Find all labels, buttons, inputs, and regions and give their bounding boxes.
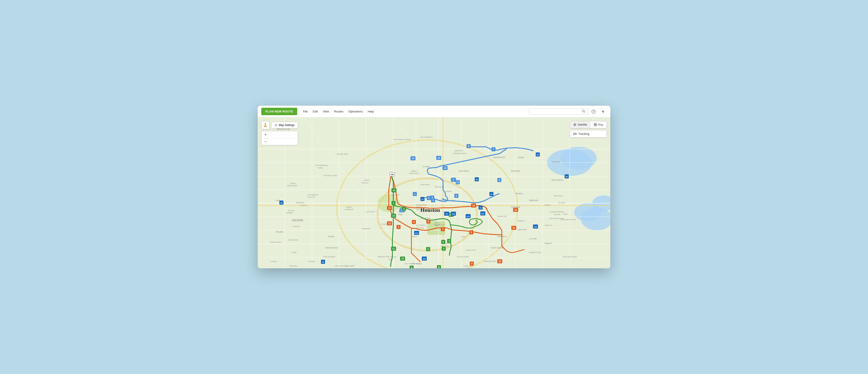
svg-text:10: 10 — [498, 260, 501, 263]
svg-text:Place: Place — [461, 236, 466, 238]
svg-point-252 — [265, 123, 266, 125]
menu-help[interactable]: Help — [367, 109, 374, 114]
svg-text:Four Corners: Four Corners — [323, 256, 336, 258]
top-bar-right: ? — [529, 108, 607, 115]
svg-text:Cuming: Cuming — [270, 261, 276, 263]
svg-text:Meadows: Meadows — [390, 256, 397, 258]
svg-text:7: 7 — [493, 148, 494, 150]
svg-text:3: 3 — [448, 240, 450, 242]
menu-view[interactable]: View — [322, 109, 330, 114]
map-background: BRIDGELAND STONE GATE CANYON LAKES Katy … — [258, 117, 610, 268]
svg-text:La Porte: La Porte — [529, 238, 537, 240]
map-view-button[interactable]: Map — [591, 121, 607, 128]
svg-text:9: 9 — [411, 267, 412, 268]
menu-bar: File Edit View Routes Operations Help — [303, 109, 374, 114]
svg-text:95: 95 — [281, 202, 283, 204]
svg-text:Bayport: Bayport — [545, 242, 552, 244]
controls-row: Map Settings — [261, 121, 298, 129]
svg-text:GREENSPOINT: GREENSPOINT — [453, 152, 466, 155]
svg-text:CORRIDOR: CORRIDOR — [345, 209, 353, 210]
svg-text:MEMORIAL: MEMORIAL — [296, 202, 305, 203]
menu-edit[interactable]: Edit — [312, 109, 318, 114]
zoom-controls: + − — [261, 131, 298, 145]
menu-file[interactable]: File — [303, 109, 308, 114]
svg-text:12: 12 — [514, 209, 517, 211]
zoom-out-button[interactable]: − — [261, 138, 270, 145]
svg-text:610: 610 — [481, 213, 485, 215]
lightning-icon-button[interactable] — [599, 108, 607, 115]
svg-rect-257 — [594, 125, 595, 126]
svg-text:Clodine: Clodine — [328, 235, 335, 238]
svg-text:5: 5 — [428, 248, 429, 250]
search-box[interactable] — [529, 108, 588, 115]
svg-text:Pittsville: Pittsville — [276, 231, 283, 233]
svg-text:MEMORIAL: MEMORIAL — [391, 194, 399, 196]
svg-text:NOTTINGHAM: NOTTINGHAM — [307, 194, 318, 196]
svg-text:FULBROOK: FULBROOK — [288, 239, 298, 241]
svg-text:6: 6 — [442, 241, 444, 243]
svg-text:12: 12 — [388, 222, 391, 225]
svg-text:SHOREACRES: SHOREACRES — [484, 261, 496, 263]
svg-text:WILLOWBROOK: WILLOWBROOK — [421, 136, 433, 138]
svg-text:NORTHSIDE: NORTHSIDE — [421, 184, 430, 185]
menu-routes[interactable]: Routes — [334, 109, 344, 114]
tracking-label: Tracking — [578, 132, 589, 136]
svg-text:12: 12 — [437, 157, 440, 159]
svg-text:HIGHLAND FARMS: HIGHLAND FARMS — [563, 256, 577, 258]
svg-text:13: 13 — [392, 214, 395, 217]
svg-text:6: 6 — [499, 179, 500, 181]
svg-text:EAGLE: EAGLE — [290, 183, 296, 184]
tracking-button[interactable]: Tracking — [570, 130, 607, 138]
search-input[interactable] — [531, 110, 582, 113]
svg-text:288: 288 — [423, 258, 426, 260]
top-bar: PLAN NEW ROUTE File Edit View Routes Ope… — [258, 106, 610, 117]
svg-text:HOUSTON: HOUSTON — [441, 245, 449, 247]
svg-text:Fulshear: Fulshear — [293, 226, 300, 228]
svg-text:CANYON LAKES: CANYON LAKES — [323, 175, 337, 177]
menu-operations[interactable]: Operations — [348, 109, 363, 114]
svg-text:90: 90 — [491, 193, 493, 195]
svg-text:South Houston: South Houston — [491, 247, 504, 249]
svg-text:8: 8 — [471, 231, 472, 234]
svg-text:East Aldine: East Aldine — [459, 170, 469, 172]
svg-text:JENSEN: JENSEN — [445, 191, 452, 192]
svg-text:Highlands: Highlands — [529, 199, 538, 201]
svg-text:3: 3 — [432, 199, 434, 202]
map-settings-button[interactable]: Map Settings — [271, 122, 298, 129]
svg-text:Richmond: Richmond — [289, 265, 298, 267]
svg-text:ENERGY: ENERGY — [346, 206, 352, 208]
svg-text:PLACE: PLACE — [318, 167, 323, 169]
svg-text:RANCH WEST: RANCH WEST — [287, 185, 298, 186]
svg-text:Coady: Coady — [549, 211, 554, 213]
search-icon-button[interactable] — [582, 109, 585, 113]
street-view-icon[interactable] — [261, 121, 270, 129]
plan-new-route-button[interactable]: PLAN NEW ROUTE — [261, 108, 297, 115]
svg-text:GREATER: GREATER — [454, 150, 463, 152]
svg-point-7 — [561, 147, 597, 169]
svg-text:CITY: CITY — [466, 268, 469, 268]
svg-text:11: 11 — [392, 247, 395, 250]
svg-line-1 — [584, 112, 585, 113]
svg-text:9: 9 — [453, 179, 454, 181]
svg-text:WASHINGTON: WASHINGTON — [416, 204, 427, 206]
svg-text:3: 3 — [443, 247, 444, 250]
help-icon-button[interactable]: ? — [590, 108, 597, 115]
svg-text:Deer Park: Deer Park — [518, 229, 527, 231]
svg-text:ALIANA: ALIANA — [309, 261, 315, 263]
svg-text:Sugar Land: Sugar Land — [344, 265, 354, 267]
svg-text:Houston: Houston — [421, 207, 440, 213]
svg-text:FALCON: FALCON — [288, 210, 294, 211]
map-container[interactable]: BRIDGELAND STONE GATE CANYON LAKES Katy … — [258, 117, 610, 268]
zoom-in-button[interactable]: + — [261, 131, 270, 138]
svg-marker-260 — [576, 133, 577, 135]
satellite-view-button[interactable]: Satellite — [570, 121, 590, 128]
svg-text:Howellville: Howellville — [362, 228, 370, 230]
svg-text:9: 9 — [471, 263, 472, 265]
svg-point-261 — [574, 133, 574, 134]
svg-text:Crosby: Crosby — [518, 156, 524, 159]
main-content: BRIDGELAND STONE GATE CANYON LAKES Katy … — [258, 117, 610, 268]
svg-text:Channelview: Channelview — [554, 211, 564, 213]
svg-text:COUNTRY: COUNTRY — [307, 196, 315, 198]
svg-text:610: 610 — [415, 232, 418, 234]
svg-text:Baytown: Baytown — [518, 220, 525, 222]
